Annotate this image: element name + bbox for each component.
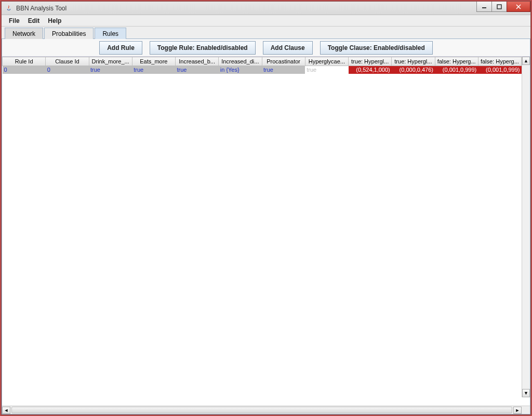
- table-row[interactable]: 0 0 true true true in {Yes} true true (0…: [3, 66, 522, 74]
- tab-probabilities[interactable]: Probabilities: [44, 28, 94, 39]
- application-window: BBN Analysis Tool File Edit Help Network…: [1, 1, 531, 415]
- cell-hyper[interactable]: true: [305, 66, 348, 74]
- scroll-left-arrow[interactable]: ◄: [2, 407, 10, 414]
- cell-f2[interactable]: (0,001,0,999): [478, 66, 521, 74]
- cell-t2[interactable]: (0,000,0,476): [392, 66, 435, 74]
- tab-network[interactable]: Network: [5, 28, 43, 39]
- window-controls: [476, 2, 530, 12]
- table-header-row: Rule Id Clause Id Drink_more_... Eats_mo…: [3, 57, 522, 66]
- scroll-right-arrow[interactable]: ►: [513, 407, 522, 414]
- col-hyperglycae[interactable]: Hyperglycae...: [305, 57, 348, 66]
- toggle-rule-button[interactable]: Toggle Rule: Enabled/disabled: [150, 41, 256, 55]
- menu-file[interactable]: File: [5, 16, 24, 26]
- cell-rule-id[interactable]: 0: [3, 66, 46, 74]
- col-false-hyper-2[interactable]: false: Hyperg...: [478, 57, 521, 66]
- col-true-hyper-2[interactable]: true: Hypergl...: [392, 57, 435, 66]
- col-drink-more[interactable]: Drink_more_...: [89, 57, 132, 66]
- col-increased-di[interactable]: Increased_di...: [219, 57, 262, 66]
- tab-rules[interactable]: Rules: [95, 28, 126, 39]
- toolbar: Add Rule Toggle Rule: Enabled/disabled A…: [2, 39, 530, 57]
- cell-drink[interactable]: true: [89, 66, 132, 74]
- cell-proc[interactable]: true: [262, 66, 305, 74]
- col-clause-id[interactable]: Clause Id: [46, 57, 89, 66]
- cell-t1[interactable]: (0,524,1,000): [349, 66, 392, 74]
- col-rule-id[interactable]: Rule Id: [3, 57, 46, 66]
- col-false-hyper-1[interactable]: false: Hyperg...: [435, 57, 478, 66]
- hscroll-thumb[interactable]: [11, 407, 512, 413]
- window-title: BBN Analysis Tool: [16, 5, 66, 12]
- toggle-clause-button[interactable]: Toggle Clause: Enabled/disabled: [320, 41, 433, 55]
- col-increased-b[interactable]: Increased_b...: [176, 57, 219, 66]
- java-icon: [5, 4, 13, 12]
- rules-table[interactable]: Rule Id Clause Id Drink_more_... Eats_mo…: [2, 57, 522, 74]
- cell-incd[interactable]: in {Yes}: [219, 66, 262, 74]
- col-eats-more[interactable]: Eats_more: [132, 57, 175, 66]
- vertical-scrollbar[interactable]: ▲ ▼: [522, 57, 530, 397]
- cell-clause-id[interactable]: 0: [46, 66, 89, 74]
- scroll-corner: [522, 406, 530, 414]
- maximize-button[interactable]: [491, 2, 507, 12]
- add-rule-button[interactable]: Add Rule: [99, 41, 142, 55]
- cell-eats[interactable]: true: [132, 66, 175, 74]
- cell-incb[interactable]: true: [176, 66, 219, 74]
- titlebar[interactable]: BBN Analysis Tool: [2, 2, 530, 15]
- table-area: Rule Id Clause Id Drink_more_... Eats_mo…: [2, 57, 530, 414]
- menubar: File Edit Help: [2, 15, 530, 27]
- cell-f1[interactable]: (0,001,0,999): [435, 66, 478, 74]
- menu-edit[interactable]: Edit: [24, 16, 44, 26]
- add-clause-button[interactable]: Add Clause: [263, 41, 313, 55]
- svg-rect-0: [482, 7, 486, 8]
- col-procastinator[interactable]: Procastinator: [262, 57, 305, 66]
- tab-row: Network Probabilities Rules: [2, 27, 530, 39]
- minimize-button[interactable]: [476, 2, 492, 12]
- scroll-up-arrow[interactable]: ▲: [522, 57, 530, 65]
- close-button[interactable]: [507, 2, 530, 12]
- table-wrapper: Rule Id Clause Id Drink_more_... Eats_mo…: [2, 57, 530, 406]
- col-true-hyper-1[interactable]: true: Hypergl...: [349, 57, 392, 66]
- scroll-down-arrow[interactable]: ▼: [522, 389, 530, 397]
- menu-help[interactable]: Help: [44, 16, 65, 26]
- svg-rect-1: [497, 5, 501, 9]
- content-pane: Add Rule Toggle Rule: Enabled/disabled A…: [2, 39, 530, 414]
- horizontal-scrollbar[interactable]: ◄ ►: [2, 406, 530, 414]
